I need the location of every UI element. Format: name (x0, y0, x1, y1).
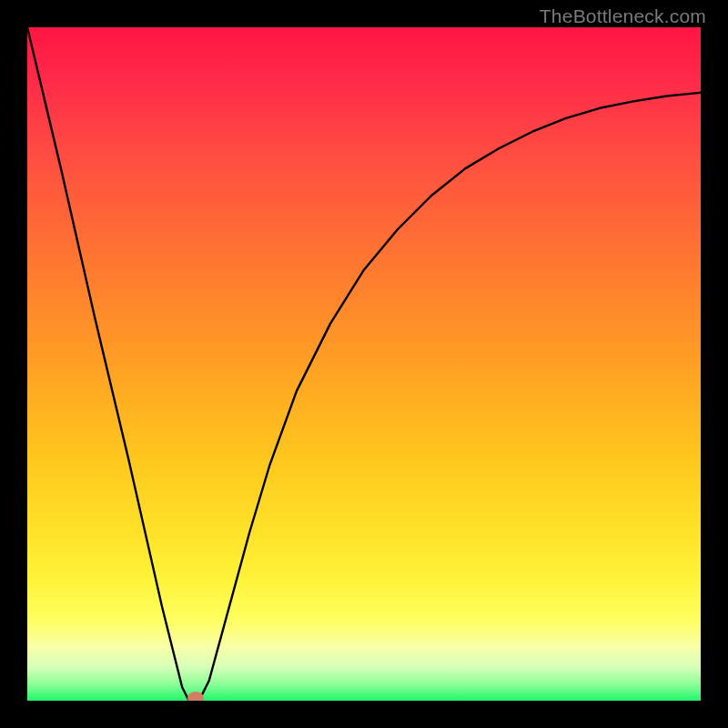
plot-area (27, 27, 701, 701)
watermark-text: TheBottleneck.com (540, 5, 706, 27)
curve-layer (27, 27, 701, 701)
chart-frame: TheBottleneck.com (0, 0, 728, 728)
bottleneck-curve (27, 27, 701, 701)
min-point-marker (187, 692, 204, 701)
